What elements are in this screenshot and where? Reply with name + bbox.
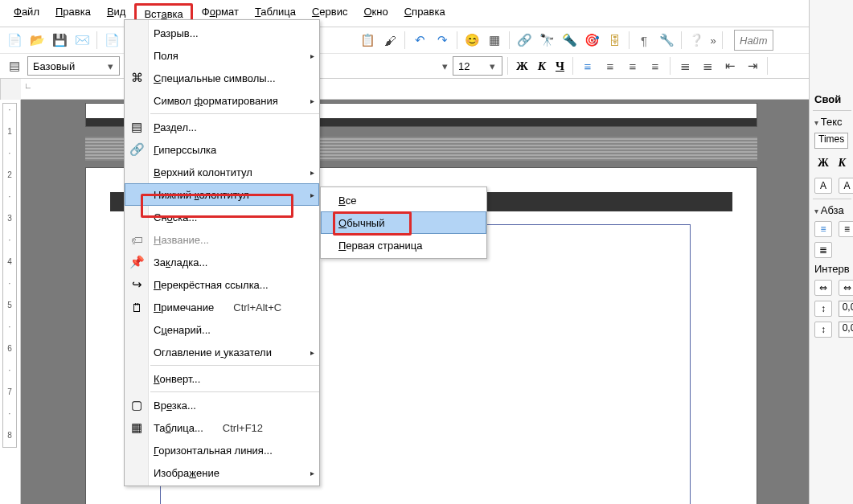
format-brush-icon[interactable]: 🖌 bbox=[380, 31, 400, 50]
insert-menu-item[interactable]: Горизонтальная линия... bbox=[125, 439, 319, 461]
menu-edit[interactable]: Правка bbox=[48, 3, 98, 24]
menu-item-icon: 🏷 bbox=[129, 232, 145, 248]
paste-icon[interactable]: 📋 bbox=[358, 31, 377, 50]
sidebar-lineheight-value[interactable]: 0,0 bbox=[839, 301, 853, 317]
submenu-arrow-icon: ▸ bbox=[310, 96, 314, 105]
chevron-down-icon: ▾ bbox=[441, 60, 449, 72]
redo-icon[interactable]: ↷ bbox=[433, 31, 452, 50]
find-icon[interactable]: 🔭 bbox=[537, 31, 556, 50]
menu-item-icon: 🔗 bbox=[129, 141, 145, 158]
insert-menu-item[interactable]: Сценарий... bbox=[125, 318, 319, 341]
email-icon[interactable]: ✉️ bbox=[72, 31, 92, 50]
styles-dropdown-icon[interactable]: ▤ bbox=[5, 56, 24, 76]
align-center-icon[interactable]: ≡ bbox=[601, 56, 620, 76]
sidebar-interval-label: Интерв bbox=[814, 263, 850, 275]
insert-menu-item[interactable]: Символ форматирования▸ bbox=[125, 89, 319, 112]
insert-menu-item[interactable]: ▤Раздел... bbox=[125, 116, 319, 138]
hyperlink-icon[interactable]: 😊 bbox=[462, 31, 482, 50]
menu-item-label: Гиперссылка bbox=[154, 144, 216, 156]
sidebar-title: Свой bbox=[814, 93, 850, 105]
menu-item-label: Оглавление и указатели bbox=[154, 346, 272, 359]
vertical-ruler[interactable]: ·1·2·3·4·5·6·7·8 bbox=[0, 100, 21, 504]
align-right-icon[interactable]: ≡ bbox=[623, 56, 642, 76]
numbering-icon[interactable]: ≣ bbox=[698, 56, 717, 76]
italic-button[interactable]: К bbox=[535, 56, 549, 76]
bullets-icon[interactable]: ≣ bbox=[675, 56, 695, 76]
separator bbox=[509, 31, 510, 49]
font-color-icon[interactable] bbox=[773, 56, 792, 76]
footer-submenu-item[interactable]: Первая страница bbox=[321, 234, 486, 256]
insert-menu-item[interactable]: 🔗Гиперссылка bbox=[125, 138, 319, 161]
menu-item-icon: ↪ bbox=[129, 277, 145, 293]
export-pdf-icon[interactable]: 📄 bbox=[102, 31, 121, 50]
sidebar-fontcolor-icon[interactable]: A bbox=[814, 178, 832, 194]
separator bbox=[507, 57, 508, 75]
insert-menu-item[interactable]: ▢Врезка... bbox=[125, 394, 319, 416]
separator bbox=[96, 31, 97, 49]
nav-icon[interactable]: 🔗 bbox=[515, 31, 534, 50]
menu-item-label: Все bbox=[338, 195, 356, 207]
menu-item-label: Горизонтальная линия... bbox=[154, 445, 273, 457]
menu-item-label: Врезка... bbox=[154, 400, 196, 412]
menu-item-label: Символ форматирования bbox=[154, 95, 278, 107]
sidebar-bold[interactable]: Ж bbox=[814, 154, 832, 173]
menu-item-icon: 📌 bbox=[129, 254, 145, 270]
sidebar-lineheight-icon[interactable]: ↕ bbox=[814, 301, 832, 317]
footer-submenu-item[interactable]: Все bbox=[321, 189, 486, 211]
paragraph-style-combo[interactable]: Базовый ▾ bbox=[27, 56, 120, 76]
sidebar-font-name[interactable]: Times bbox=[814, 133, 848, 149]
sidebar-italic[interactable]: К bbox=[835, 154, 849, 173]
menu-help[interactable]: Справка bbox=[397, 3, 453, 24]
options-icon[interactable]: 🔧 bbox=[657, 31, 676, 50]
insert-menu-item[interactable]: Поля▸ bbox=[125, 44, 319, 67]
target-icon[interactable]: 🎯 bbox=[582, 31, 601, 50]
find-input[interactable]: Найт bbox=[734, 30, 773, 51]
menu-file[interactable]: Файл bbox=[6, 3, 47, 24]
underline-button[interactable]: Ч bbox=[552, 56, 568, 76]
sidebar-align-left-icon[interactable]: ≡ bbox=[814, 221, 832, 237]
separator bbox=[404, 31, 405, 49]
menu-window[interactable]: Окно bbox=[356, 3, 395, 24]
open-icon[interactable]: 📂 bbox=[27, 31, 47, 50]
toolbar-more[interactable]: » bbox=[709, 35, 717, 47]
align-justify-icon[interactable]: ≡ bbox=[646, 56, 665, 76]
insert-menu-item[interactable]: 🗒ПримечаниеCtrl+Alt+C bbox=[125, 296, 319, 318]
sidebar-spacing-icon2[interactable]: ⇔ bbox=[839, 280, 853, 296]
sidebar-lineheight-icon2[interactable]: ↕ bbox=[814, 322, 832, 338]
menu-item-label: Специальные символы... bbox=[154, 72, 276, 84]
insert-menu-item[interactable]: ▦Таблица...Ctrl+F12 bbox=[125, 416, 319, 439]
increase-indent-icon[interactable]: ⇥ bbox=[743, 56, 762, 76]
gallery-icon[interactable]: 🔦 bbox=[560, 31, 579, 50]
sidebar-section-text[interactable]: Текс bbox=[814, 116, 850, 128]
sidebar-align-center-icon[interactable]: ≡ bbox=[839, 221, 853, 237]
bold-button[interactable]: Ж bbox=[513, 56, 531, 76]
separator bbox=[572, 57, 573, 75]
insert-menu-item[interactable]: ↪Перекрёстная ссылка... bbox=[125, 273, 319, 296]
datasource-icon[interactable]: 🗄 bbox=[605, 31, 624, 50]
menu-item-icon: ▢ bbox=[129, 397, 145, 413]
menu-item-icon: ▦ bbox=[129, 420, 145, 436]
sidebar-highlight-icon[interactable]: A bbox=[839, 178, 853, 194]
insert-menu-item[interactable]: 🏷Название... bbox=[125, 228, 319, 251]
help-icon[interactable]: ❔ bbox=[687, 31, 706, 50]
font-size-value: 12 bbox=[458, 60, 470, 72]
align-left-icon[interactable]: ≡ bbox=[578, 56, 597, 76]
sidebar-section-paragraph[interactable]: Абза bbox=[814, 204, 850, 216]
table-icon[interactable]: ▦ bbox=[485, 31, 504, 50]
save-icon[interactable]: 💾 bbox=[50, 31, 69, 50]
insert-menu-item[interactable]: Конверт... bbox=[125, 367, 319, 390]
sidebar-lineheight-value2[interactable]: 0,0 bbox=[839, 322, 853, 338]
font-size-combo[interactable]: 12 ▾ bbox=[453, 56, 502, 76]
new-doc-icon[interactable]: 📄 bbox=[5, 31, 24, 50]
insert-menu-item[interactable]: ⌘Специальные символы... bbox=[125, 67, 319, 89]
insert-menu-item[interactable]: Оглавление и указатели▸ bbox=[125, 341, 319, 363]
insert-menu-item[interactable]: 📌Закладка... bbox=[125, 251, 319, 273]
insert-menu-item[interactable]: Разрыв... bbox=[125, 22, 319, 44]
decrease-indent-icon[interactable]: ⇤ bbox=[720, 56, 740, 76]
sidebar-bullets-icon[interactable]: ≣ bbox=[814, 242, 832, 258]
undo-icon[interactable]: ↶ bbox=[410, 31, 429, 50]
insert-menu-item[interactable]: Изображение▸ bbox=[125, 461, 319, 484]
insert-menu-item[interactable]: Верхний колонтитул▸ bbox=[125, 161, 319, 183]
sidebar-spacing-icon[interactable]: ⇔ bbox=[814, 280, 832, 296]
pilcrow-icon[interactable]: ¶ bbox=[634, 31, 654, 50]
